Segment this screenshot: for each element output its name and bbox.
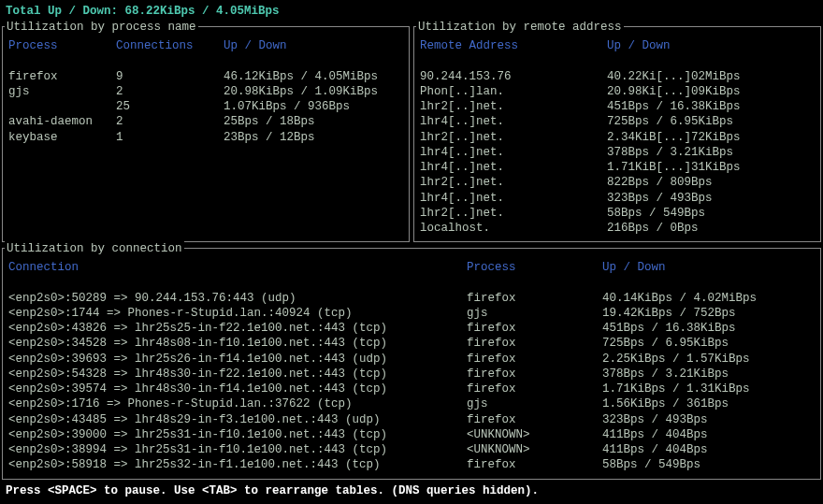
- process-cell: gjs: [467, 306, 602, 321]
- address-cell: lhr4[..]net.: [420, 191, 607, 206]
- connection-cell: <enp2s0>:43826 => lhr25s25-in-f22.1e100.…: [8, 321, 467, 336]
- updown-cell: 58Bps / 549Bps: [602, 457, 700, 472]
- updown-cell: 216Bps / 0Bps: [607, 221, 699, 236]
- process-cell: firefox: [8, 69, 116, 84]
- connection-panel: Utilization by connection ConnectionProc…: [2, 248, 821, 479]
- process-cell: gjs: [8, 84, 116, 99]
- table-row: <enp2s0>:39574 => lhr48s30-in-f14.1e100.…: [8, 382, 815, 396]
- updown-cell: 25Bps / 18Bps: [224, 114, 315, 129]
- table-row: <enp2s0>:34528 => lhr48s08-in-f10.1e100.…: [8, 336, 815, 351]
- table-row: lhr2[..]net.58Bps / 549Bps: [420, 206, 815, 221]
- process-header-row: ProcessConnectionsUp / Down: [8, 38, 403, 66]
- table-row: lhr4[..]net.1.71KiB[...]31KiBps: [420, 160, 815, 175]
- updown-cell: 451Bps / 16.38KiBps: [607, 99, 741, 114]
- address-cell: lhr4[..]net.: [420, 145, 607, 160]
- table-row: gjs220.98KiBps / 1.09KiBps: [8, 84, 403, 99]
- table-row: lhr4[..]net.378Bps / 3.21KiBps: [420, 145, 815, 160]
- updown-cell: 40.22Ki[...]02MiBps: [607, 69, 741, 84]
- updown-cell: 19.42KiBps / 752Bps: [602, 306, 736, 321]
- address-cell: lhr2[..]net.: [420, 99, 607, 114]
- updown-cell: 2.25KiBps / 1.57KiBps: [602, 352, 750, 367]
- table-row: lhr2[..]net.2.34KiB[...]72KiBps: [420, 130, 815, 145]
- process-table-body: firefox946.12KiBps / 4.05MiBpsgjs220.98K…: [8, 67, 403, 145]
- table-row: keybase123Bps / 12Bps: [8, 130, 403, 145]
- table-row: localhost.216Bps / 0Bps: [420, 221, 815, 236]
- connection-cell: <enp2s0>:39693 => lhr25s26-in-f14.1e100.…: [8, 352, 467, 367]
- process-cell: firefox: [467, 382, 602, 396]
- updown-cell: 323Bps / 493Bps: [607, 191, 713, 206]
- table-row: <enp2s0>:38994 => lhr25s31-in-f10.1e100.…: [8, 442, 815, 457]
- connection-cell: <enp2s0>:58918 => lhr25s32-in-f1.1e100.n…: [8, 457, 467, 472]
- process-cell: firefox: [467, 336, 602, 351]
- address-cell: Phon[..]lan.: [420, 84, 607, 99]
- updown-cell: 411Bps / 404Bps: [602, 427, 708, 442]
- table-row: <enp2s0>:43826 => lhr25s25-in-f22.1e100.…: [8, 321, 815, 336]
- updown-cell: 1.71KiBps / 1.31KiBps: [602, 382, 750, 396]
- connection-cell: <enp2s0>:39000 => lhr25s31-in-f10.1e100.…: [8, 427, 467, 442]
- process-cell: firefox: [467, 412, 602, 427]
- connection-header-row: ConnectionProcessUp / Down: [8, 260, 815, 288]
- table-row: lhr2[..]net.822Bps / 809Bps: [420, 175, 815, 190]
- connection-cell: <enp2s0>:39574 => lhr48s30-in-f14.1e100.…: [8, 382, 467, 396]
- process-cell: gjs: [467, 396, 602, 411]
- connection-table-body: <enp2s0>:50289 => 90.244.153.76:443 (udp…: [8, 289, 815, 473]
- remote-table-body: 90.244.153.7640.22Ki[...]02MiBpsPhon[..]…: [420, 67, 815, 237]
- remote-panel-title: Utilization by remote address: [416, 20, 624, 35]
- process-cell: avahi-daemon: [8, 114, 116, 129]
- table-row: <enp2s0>:50289 => 90.244.153.76:443 (udp…: [8, 291, 815, 306]
- table-row: <enp2s0>:1744 => Phones-r-Stupid.lan.:40…: [8, 306, 815, 321]
- address-cell: lhr4[..]net.: [420, 160, 607, 175]
- table-row: avahi-daemon225Bps / 18Bps: [8, 114, 403, 129]
- remote-panel: Utilization by remote address Remote Add…: [413, 26, 821, 242]
- updown-cell: 1.56KiBps / 361Bps: [602, 396, 729, 411]
- process-header-process: Process: [8, 38, 116, 53]
- connection-cell: <enp2s0>:50289 => 90.244.153.76:443 (udp…: [8, 291, 467, 306]
- process-cell: firefox: [467, 367, 602, 382]
- updown-cell: 822Bps / 809Bps: [607, 175, 713, 190]
- connection-cell: <enp2s0>:1716 => Phones-r-Stupid.lan.:37…: [8, 396, 467, 411]
- process-cell: firefox: [467, 291, 602, 306]
- connection-header-connection: Connection: [8, 260, 467, 275]
- updown-cell: 58Bps / 549Bps: [607, 206, 705, 221]
- process-cell: <UNKNOWN>: [467, 427, 602, 442]
- remote-header-address: Remote Address: [420, 38, 607, 53]
- address-cell: lhr2[..]net.: [420, 130, 607, 145]
- process-cell: firefox: [467, 321, 602, 336]
- address-cell: lhr4[..]net.: [420, 114, 607, 129]
- updown-cell: 1.71KiB[...]31KiBps: [607, 160, 741, 175]
- table-row: firefox946.12KiBps / 4.05MiBps: [8, 69, 403, 84]
- connection-cell: <enp2s0>:54328 => lhr48s30-in-f22.1e100.…: [8, 367, 467, 382]
- address-cell: lhr2[..]net.: [420, 175, 607, 190]
- connection-cell: <enp2s0>:1744 => Phones-r-Stupid.lan.:40…: [8, 306, 467, 321]
- updown-cell: 725Bps / 6.95KiBps: [602, 336, 729, 351]
- address-cell: localhost.: [420, 221, 607, 236]
- updown-cell: 725Bps / 6.95KiBps: [607, 114, 733, 129]
- process-panel-title: Utilization by process name: [5, 20, 198, 35]
- updown-cell: 411Bps / 404Bps: [602, 442, 708, 457]
- process-cell: <UNKNOWN>: [467, 442, 602, 457]
- table-row: Phon[..]lan.20.98Ki[...]09KiBps: [420, 84, 815, 99]
- table-row: <enp2s0>:54328 => lhr48s30-in-f22.1e100.…: [8, 367, 815, 382]
- process-panel: Utilization by process name ProcessConne…: [2, 26, 410, 242]
- process-cell: firefox: [467, 352, 602, 367]
- total-value: 68.22KiBps / 4.05MiBps: [125, 5, 280, 18]
- table-row: 90.244.153.7640.22Ki[...]02MiBps: [420, 69, 815, 84]
- connections-cell: 25: [116, 99, 224, 114]
- table-row: lhr4[..]net.323Bps / 493Bps: [420, 191, 815, 206]
- footer-help: Press <SPACE> to pause. Use <TAB> to rea…: [2, 480, 821, 498]
- connection-cell: <enp2s0>:34528 => lhr48s08-in-f10.1e100.…: [8, 336, 467, 351]
- connections-cell: 2: [116, 114, 224, 129]
- table-row: <enp2s0>:58918 => lhr25s32-in-f1.1e100.n…: [8, 457, 815, 472]
- connection-cell: <enp2s0>:38994 => lhr25s31-in-f10.1e100.…: [8, 442, 467, 457]
- table-row: <enp2s0>:39000 => lhr25s31-in-f10.1e100.…: [8, 427, 815, 442]
- updown-cell: 20.98KiBps / 1.09KiBps: [224, 84, 378, 99]
- table-row: <enp2s0>:43485 => lhr48s29-in-f3.1e100.n…: [8, 412, 815, 427]
- table-row: lhr4[..]net.725Bps / 6.95KiBps: [420, 114, 815, 129]
- connection-header-updown: Up / Down: [602, 260, 666, 275]
- total-bandwidth: Total Up / Down: 68.22KiBps / 4.05MiBps: [2, 2, 821, 21]
- process-cell: keybase: [8, 130, 116, 145]
- connection-cell: <enp2s0>:43485 => lhr48s29-in-f3.1e100.n…: [8, 412, 467, 427]
- updown-cell: 20.98Ki[...]09KiBps: [607, 84, 741, 99]
- remote-header-updown: Up / Down: [607, 38, 671, 53]
- updown-cell: 2.34KiB[...]72KiBps: [607, 130, 741, 145]
